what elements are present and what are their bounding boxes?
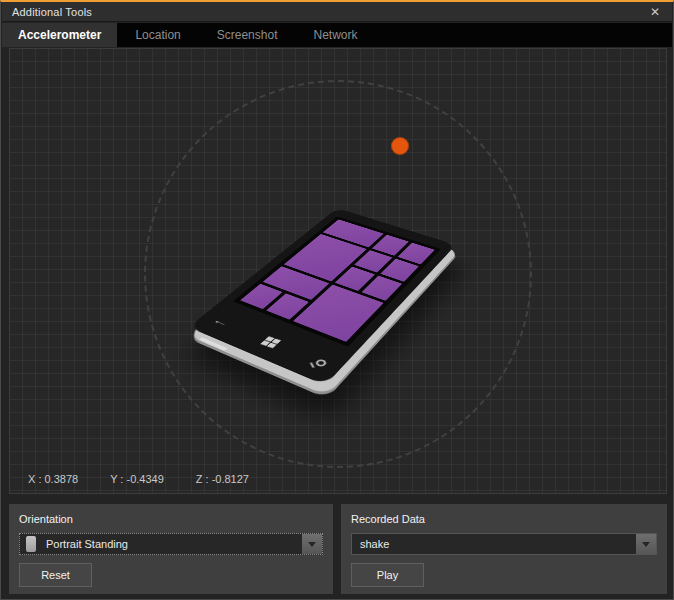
- tab-network[interactable]: Network: [295, 23, 375, 47]
- recorded-data-dropdown-button[interactable]: [636, 534, 656, 554]
- recorded-data-dropdown[interactable]: shake: [351, 533, 657, 555]
- readout-x: X : 0.3878: [28, 473, 78, 485]
- tab-screenshot[interactable]: Screenshot: [199, 23, 296, 47]
- accelerometer-canvas: ← X : 0.3878 Y : -0.4349 Z : -0.8127: [9, 48, 667, 494]
- readout-z: Z : -0.8127: [196, 473, 249, 485]
- tab-bar: Accelerometer Location Screenshot Networ…: [2, 23, 672, 47]
- reset-button[interactable]: Reset: [19, 563, 92, 587]
- play-button[interactable]: Play: [351, 563, 424, 587]
- windows-logo-icon: [260, 336, 281, 348]
- orientation-dropdown-button[interactable]: [302, 534, 322, 554]
- orientation-dropdown[interactable]: Portrait Standing: [19, 533, 323, 555]
- tab-location[interactable]: Location: [117, 23, 198, 47]
- chevron-down-icon: [642, 542, 650, 547]
- close-icon[interactable]: ✕: [646, 4, 664, 20]
- readout-y: Y : -0.4349: [110, 473, 164, 485]
- additional-tools-window: Additional Tools ✕ Accelerometer Locatio…: [0, 0, 674, 600]
- accelerometer-readout: X : 0.3878 Y : -0.4349 Z : -0.8127: [28, 473, 249, 485]
- recorded-data-panel-title: Recorded Data: [341, 504, 667, 525]
- recorded-data-dropdown-value: shake: [352, 538, 636, 550]
- title-bar: Additional Tools ✕: [2, 2, 672, 22]
- chevron-down-icon: [308, 542, 316, 547]
- search-icon: [314, 358, 328, 367]
- orientation-dropdown-value: Portrait Standing: [38, 538, 302, 550]
- recorded-data-panel: Recorded Data shake Play: [341, 504, 667, 594]
- window-title: Additional Tools: [2, 6, 92, 18]
- accelerometer-drag-dot[interactable]: [391, 137, 409, 155]
- phone-orientation-icon: [26, 536, 36, 552]
- orientation-panel: Orientation Portrait Standing Reset: [9, 504, 333, 594]
- orientation-panel-title: Orientation: [9, 504, 333, 525]
- tab-accelerometer[interactable]: Accelerometer: [2, 23, 117, 47]
- back-icon: ←: [210, 315, 233, 328]
